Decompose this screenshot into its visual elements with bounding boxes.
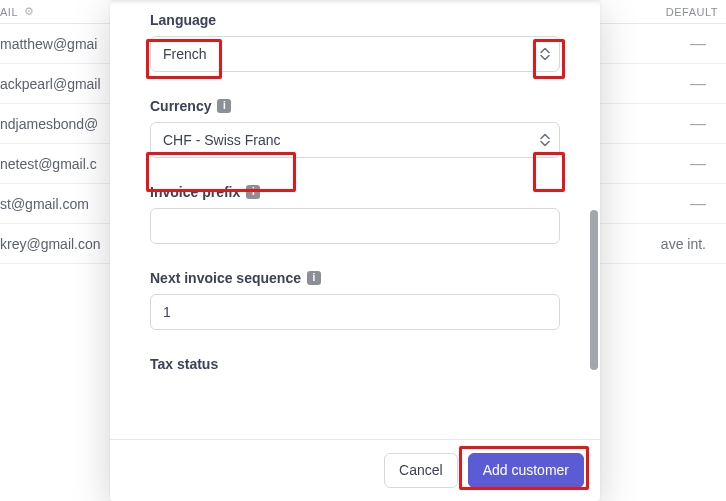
column-header-email: AIL (0, 6, 18, 18)
row-email: st@gmail.com (0, 196, 89, 212)
add-customer-modal: Language Currency i (110, 0, 600, 501)
currency-group: Currency i (150, 98, 560, 158)
language-label: Language (150, 12, 216, 28)
row-default: — (690, 195, 706, 213)
row-email: ndjamesbond@ (0, 116, 98, 132)
next-invoice-sequence-group: Next invoice sequence i (150, 270, 560, 330)
row-default: — (690, 115, 706, 133)
next-invoice-sequence-input[interactable] (150, 294, 560, 330)
currency-label: Currency (150, 98, 211, 114)
column-header-default: DEFAULT (666, 6, 718, 18)
language-select[interactable] (150, 36, 560, 72)
row-default: — (690, 35, 706, 53)
row-default: — (690, 75, 706, 93)
row-email: ackpearl@gmail (0, 76, 101, 92)
row-email: krey@gmail.con (0, 236, 101, 252)
cancel-button[interactable]: Cancel (384, 453, 458, 488)
currency-select[interactable] (150, 122, 560, 158)
modal-body: Language Currency i (110, 0, 600, 439)
next-invoice-sequence-label: Next invoice sequence (150, 270, 301, 286)
modal-footer: Cancel Add customer (110, 439, 600, 501)
row-default: — (690, 155, 706, 173)
modal-scrollbar[interactable] (590, 210, 598, 370)
invoice-prefix-input[interactable] (150, 208, 560, 244)
tax-status-group: Tax status (150, 356, 560, 372)
info-icon[interactable]: i (217, 99, 231, 113)
info-icon[interactable]: i (307, 271, 321, 285)
invoice-prefix-label: Invoice prefix (150, 184, 240, 200)
language-group: Language (150, 12, 560, 72)
info-icon[interactable]: i (246, 185, 260, 199)
invoice-prefix-group: Invoice prefix i (150, 184, 560, 244)
row-email: matthew@gmai (0, 36, 97, 52)
gear-icon[interactable]: ⚙ (24, 5, 35, 18)
row-default: ave int. (661, 236, 706, 252)
add-customer-button[interactable]: Add customer (468, 453, 584, 488)
row-email: netest@gmail.c (0, 156, 97, 172)
tax-status-label: Tax status (150, 356, 218, 372)
